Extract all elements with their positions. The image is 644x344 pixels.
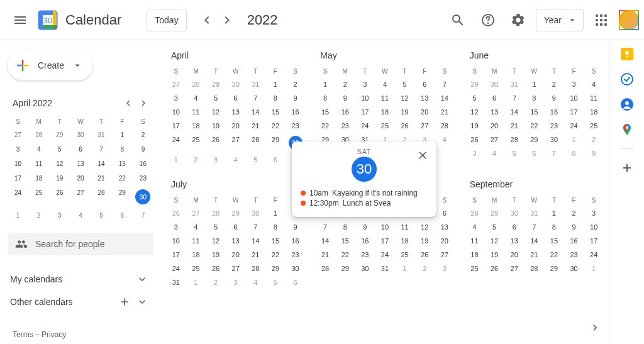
day-cell[interactable]: 8 [265,91,286,105]
mini-day-cell[interactable]: 17 [8,171,28,186]
day-cell[interactable]: 3 [564,77,584,91]
my-calendars-section[interactable]: My calendars [8,268,153,291]
next-period-button[interactable] [217,10,237,30]
day-cell[interactable]: 16 [286,234,306,248]
settings-button[interactable] [506,8,531,33]
day-cell[interactable]: 3 [465,147,485,160]
day-cell[interactable]: 5 [484,220,504,234]
day-cell[interactable]: 10 [564,91,584,105]
day-cell[interactable]: 3 [166,220,186,234]
day-cell[interactable]: 4 [375,77,395,91]
day-cell[interactable]: 1 [315,77,335,91]
day-cell[interactable]: 24 [375,248,395,262]
day-cell[interactable]: 2 [584,133,604,147]
day-cell[interactable]: 5 [465,91,485,105]
day-cell[interactable]: 1 [584,262,604,275]
day-cell[interactable]: 7 [544,147,564,160]
day-cell[interactable]: 9 [335,91,355,105]
day-cell[interactable]: 17 [564,105,584,119]
day-cell[interactable]: 3 [206,153,226,167]
popup-date[interactable]: 30 [352,157,377,182]
popup-close-button[interactable] [413,145,433,165]
day-cell[interactable]: 30 [484,77,504,91]
mini-day-cell[interactable]: 21 [91,171,112,186]
day-cell[interactable]: 5 [504,147,525,160]
day-cell[interactable]: 4 [484,147,504,160]
day-cell[interactable]: 26 [484,262,504,275]
day-cell[interactable]: 9 [286,220,306,234]
day-cell[interactable]: 29 [265,133,286,153]
day-cell[interactable]: 19 [206,248,226,262]
mini-day-cell[interactable]: 6 [112,208,133,223]
day-cell[interactable]: 20 [226,119,246,133]
day-cell[interactable]: 6 [504,220,525,234]
day-cell[interactable]: 4 [245,275,265,289]
day-cell[interactable]: 20 [226,248,246,262]
day-cell[interactable]: 21 [525,248,545,262]
day-cell[interactable]: 26 [206,133,226,153]
day-cell[interactable]: 4 [226,153,246,167]
day-cell[interactable]: 6 [435,206,455,220]
day-cell[interactable]: 13 [435,220,455,234]
day-cell[interactable]: 30 [245,206,265,220]
day-cell[interactable]: 5 [265,275,286,289]
app-logo[interactable]: 30 Calendar [35,8,121,33]
day-cell[interactable]: 19 [484,248,504,262]
today-button[interactable]: Today [147,9,186,31]
day-cell[interactable]: 18 [465,248,485,262]
day-cell[interactable]: 11 [465,234,485,248]
day-cell[interactable]: 6 [265,153,286,167]
day-cell[interactable]: 29 [226,206,246,220]
day-cell[interactable]: 21 [435,105,455,119]
mini-day-cell[interactable]: 23 [133,171,153,186]
day-cell[interactable]: 16 [564,234,584,248]
day-cell[interactable]: 13 [226,234,246,248]
mini-day-cell[interactable]: 18 [28,171,49,186]
day-cell[interactable]: 22 [335,248,355,262]
day-cell[interactable]: 31 [504,77,525,91]
day-cell[interactable]: 15 [525,105,545,119]
day-cell[interactable]: 9 [584,147,604,160]
mini-day-cell[interactable]: 27 [70,186,91,208]
day-cell[interactable]: 8 [564,147,584,160]
day-cell[interactable]: 28 [206,206,226,220]
day-cell[interactable]: 5 [395,77,415,91]
day-cell[interactable]: 7 [315,220,335,234]
day-cell[interactable]: 18 [186,119,206,133]
day-cell[interactable]: 6 [525,147,545,160]
day-cell[interactable]: 17 [166,119,186,133]
day-cell[interactable]: 11 [375,91,395,105]
day-cell[interactable]: 5 [206,91,226,105]
day-cell[interactable]: 2 [186,153,206,167]
day-cell[interactable]: 31 [245,77,265,91]
mini-day-cell[interactable]: 22 [112,171,133,186]
day-cell[interactable]: 17 [355,105,375,119]
day-cell[interactable]: 23 [564,248,584,262]
day-cell[interactable]: 26 [414,248,435,262]
day-cell[interactable]: 7 [435,77,455,91]
day-cell[interactable]: 14 [504,105,525,119]
day-cell[interactable]: 21 [504,119,525,133]
mini-day-cell[interactable]: 1 [8,208,28,223]
search-button[interactable] [445,8,470,33]
mini-day-cell[interactable]: 4 [28,142,49,157]
day-cell[interactable]: 15 [265,234,286,248]
day-cell[interactable]: 16 [335,105,355,119]
mini-day-cell[interactable]: 11 [28,157,49,171]
get-addons-button[interactable] [621,162,633,174]
day-cell[interactable]: 17 [375,234,395,248]
day-cell[interactable]: 23 [544,119,564,133]
day-cell[interactable]: 23 [355,248,375,262]
add-calendar-icon[interactable] [118,296,131,308]
day-cell[interactable]: 11 [186,105,206,119]
day-cell[interactable]: 4 [465,220,485,234]
month-name[interactable]: June [465,50,604,65]
day-cell[interactable]: 27 [484,133,504,147]
terms-link[interactable]: Terms [13,330,33,339]
mini-day-cell[interactable]: 12 [49,157,70,171]
mini-day-cell[interactable]: 13 [70,157,91,171]
day-cell[interactable]: 9 [544,91,564,105]
day-cell[interactable]: 4 [584,77,604,91]
day-cell[interactable]: 28 [315,262,335,275]
day-cell[interactable]: 26 [395,119,415,133]
